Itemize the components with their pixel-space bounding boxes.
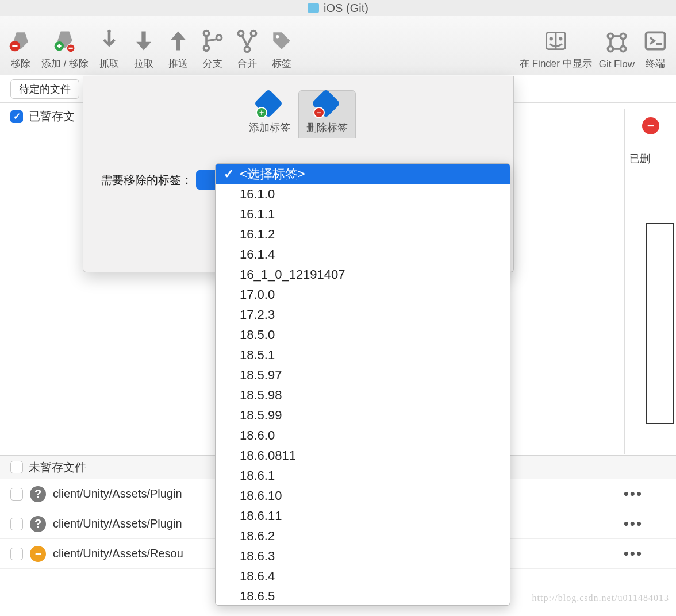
tag-label: 标签 [272, 57, 291, 70]
pending-files-dropdown[interactable]: 待定的文件 [10, 79, 79, 99]
merge-button[interactable]: 合并 [230, 28, 264, 70]
finder-icon [543, 28, 569, 53]
svg-rect-23 [647, 125, 654, 126]
fetch-button[interactable]: 抓取 [92, 28, 126, 70]
dropdown-item[interactable]: 17.0.0 [216, 284, 510, 305]
dropdown-item[interactable]: 18.6.5 [216, 586, 510, 606]
remove-label: 移除 [11, 57, 30, 70]
svg-point-17 [559, 38, 562, 40]
show-finder-label: 在 Finder 中显示 [520, 57, 592, 70]
add-remove-icon [52, 28, 78, 53]
pull-icon [131, 28, 156, 53]
main-toolbar: 移除添加 / 移除抓取拉取推送分支合并标签在 Finder 中显示Git Flo… [0, 16, 676, 75]
tag-remove-icon: − [313, 91, 341, 118]
tab-add-tag[interactable]: + 添加标签 [241, 91, 298, 138]
tag-button[interactable]: 标签 [264, 28, 299, 70]
fetch-label: 抓取 [99, 57, 119, 70]
right-panel-box [646, 223, 674, 424]
pull-button[interactable]: 拉取 [126, 28, 161, 70]
push-button[interactable]: 推送 [161, 28, 195, 70]
dropdown-item[interactable]: 18.6.3 [216, 546, 510, 566]
window-title: iOS (Git) [324, 2, 368, 15]
file-checkbox[interactable] [10, 518, 23, 530]
dropdown-item[interactable]: 18.5.1 [216, 345, 510, 365]
svg-point-7 [107, 30, 111, 33]
svg-point-10 [217, 35, 222, 40]
dropdown-item[interactable]: 16.1.4 [216, 244, 510, 264]
dropdown-item[interactable]: 16.1.1 [216, 204, 510, 224]
window-titlebar: iOS (Git) [0, 0, 676, 16]
gitflow-icon [604, 30, 629, 55]
merge-icon [235, 28, 260, 53]
terminal-label: 终端 [646, 57, 665, 70]
file-checkbox[interactable] [10, 548, 23, 560]
dropdown-item[interactable]: 18.6.11 [216, 506, 510, 526]
gitflow-label: Git Flow [599, 59, 635, 70]
pull-label: 拉取 [134, 57, 153, 70]
svg-point-21 [620, 46, 625, 51]
branch-button[interactable]: 分支 [195, 28, 230, 70]
dropdown-item[interactable]: 18.5.99 [216, 405, 510, 425]
dropdown-item[interactable]: 18.5.0 [216, 325, 510, 345]
dropdown-item[interactable]: 16_1_0_12191407 [216, 264, 510, 284]
status-unknown-icon: ? [30, 486, 46, 502]
gitflow-button[interactable]: Git Flow [596, 30, 638, 70]
status-modified-icon: ••• [30, 546, 46, 562]
dropdown-item[interactable]: 16.1.2 [216, 224, 510, 244]
tab-add-label: 添加标签 [249, 121, 290, 134]
tab-remove-tag[interactable]: − 删除标签 [298, 90, 356, 138]
file-checkbox[interactable] [10, 488, 23, 500]
branch-icon [200, 28, 225, 53]
fetch-icon [97, 28, 122, 53]
dropdown-item[interactable]: 18.6.2 [216, 526, 510, 546]
watermark-text: http://blog.csdn.net/u011484013 [532, 593, 669, 603]
add-remove-button[interactable]: 添加 / 移除 [38, 28, 92, 70]
unstaged-label: 未暂存文件 [29, 460, 86, 475]
dropdown-item[interactable]: 17.2.3 [216, 305, 510, 325]
right-side-panel: 已删 [624, 109, 676, 454]
modal-tab-bar: + 添加标签 − 删除标签 [83, 76, 513, 138]
push-icon [166, 28, 191, 53]
dropdown-item[interactable]: 18.6.4 [216, 566, 510, 586]
svg-point-14 [276, 35, 279, 38]
svg-point-19 [620, 33, 625, 38]
dropdown-item[interactable]: 18.6.1 [216, 465, 510, 486]
dropdown-item[interactable]: 18.6.10 [216, 486, 510, 506]
dropdown-item[interactable]: 18.5.98 [216, 385, 510, 405]
tag-add-icon: + [256, 91, 283, 118]
dropdown-item[interactable]: 18.5.97 [216, 365, 510, 385]
terminal-button[interactable]: 终端 [638, 28, 673, 70]
right-panel-text: 已删 [629, 152, 671, 165]
dropdown-item[interactable]: 18.6.0811 [216, 445, 510, 465]
dropdown-item[interactable]: 18.6.0 [216, 425, 510, 445]
tag-dropdown-list[interactable]: <选择标签> 16.1.016.1.116.1.216.1.416_1_0_12… [215, 163, 510, 606]
svg-rect-1 [12, 45, 17, 47]
svg-point-13 [245, 47, 250, 52]
remove-button[interactable]: 移除 [3, 28, 38, 70]
tab-remove-label: 删除标签 [306, 121, 348, 134]
svg-rect-6 [68, 48, 72, 49]
terminal-icon [643, 28, 668, 53]
staged-checkbox[interactable] [10, 110, 23, 123]
unstaged-checkbox[interactable] [10, 461, 23, 473]
remove-icon [8, 28, 33, 53]
branch-label: 分支 [203, 57, 222, 70]
dropdown-placeholder-item[interactable]: <选择标签> [216, 164, 510, 184]
dropdown-item[interactable]: 16.1.0 [216, 184, 510, 204]
svg-point-8 [204, 31, 209, 36]
merge-label: 合并 [237, 57, 257, 70]
svg-point-20 [608, 46, 613, 51]
remove-tag-field-label: 需要移除的标签： [101, 172, 193, 188]
svg-point-9 [204, 45, 209, 51]
svg-rect-4 [59, 44, 60, 48]
tag-icon [269, 28, 294, 53]
more-actions-icon[interactable]: ••• [624, 545, 666, 563]
remove-circle-icon[interactable] [642, 117, 659, 134]
more-actions-icon[interactable]: ••• [624, 485, 666, 503]
more-actions-icon[interactable]: ••• [624, 515, 666, 533]
push-label: 推送 [168, 57, 188, 70]
svg-point-16 [550, 38, 552, 40]
status-unknown-icon: ? [30, 516, 46, 532]
show-finder-button[interactable]: 在 Finder 中显示 [516, 28, 596, 70]
folder-icon [308, 3, 319, 13]
